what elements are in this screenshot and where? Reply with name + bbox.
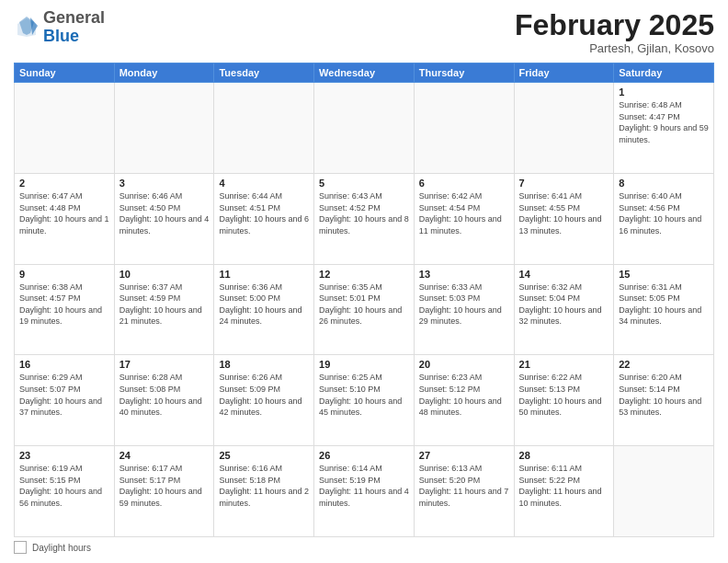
day-number: 18 (219, 359, 309, 370)
calendar-cell (214, 83, 314, 174)
calendar-cell: 11Sunrise: 6:36 AM Sunset: 5:00 PM Dayli… (214, 264, 314, 355)
calendar-cell: 9Sunrise: 6:38 AM Sunset: 4:57 PM Daylig… (15, 264, 115, 355)
day-info: Sunrise: 6:41 AM Sunset: 4:55 PM Dayligh… (519, 190, 609, 236)
day-number: 19 (319, 359, 409, 370)
day-number: 4 (219, 178, 309, 189)
col-friday: Friday (514, 63, 614, 83)
day-info: Sunrise: 6:33 AM Sunset: 5:03 PM Dayligh… (419, 282, 509, 327)
day-number: 16 (19, 359, 109, 370)
day-number: 23 (19, 450, 109, 461)
daylight-legend-box (14, 541, 27, 554)
calendar-cell (514, 83, 614, 174)
title-block: February 2025 Partesh, Gjilan, Kosovo (515, 9, 714, 55)
day-info: Sunrise: 6:29 AM Sunset: 5:07 PM Dayligh… (19, 372, 109, 418)
header: General Blue February 2025 Partesh, Gjil… (14, 9, 714, 55)
day-number: 15 (619, 269, 709, 280)
day-info: Sunrise: 6:17 AM Sunset: 5:17 PM Dayligh… (119, 463, 210, 509)
calendar-cell: 17Sunrise: 6:28 AM Sunset: 5:08 PM Dayli… (114, 355, 214, 446)
location-subtitle: Partesh, Gjilan, Kosovo (515, 41, 714, 55)
calendar-week-2: 2Sunrise: 6:47 AM Sunset: 4:48 PM Daylig… (15, 173, 714, 264)
day-number: 22 (619, 359, 709, 370)
logo-text: General Blue (43, 9, 105, 46)
calendar-cell: 24Sunrise: 6:17 AM Sunset: 5:17 PM Dayli… (114, 446, 214, 537)
footer: Daylight hours (14, 541, 714, 554)
calendar-cell: 4Sunrise: 6:44 AM Sunset: 4:51 PM Daylig… (214, 173, 314, 264)
calendar-week-1: 1Sunrise: 6:48 AM Sunset: 4:47 PM Daylig… (15, 83, 714, 174)
calendar-cell: 19Sunrise: 6:25 AM Sunset: 5:10 PM Dayli… (314, 355, 415, 446)
day-number: 21 (519, 359, 609, 370)
calendar-cell: 20Sunrise: 6:23 AM Sunset: 5:12 PM Dayli… (414, 355, 514, 446)
day-number: 2 (19, 178, 109, 189)
calendar-cell: 28Sunrise: 6:11 AM Sunset: 5:22 PM Dayli… (514, 446, 614, 537)
day-info: Sunrise: 6:36 AM Sunset: 5:00 PM Dayligh… (219, 282, 309, 327)
logo-blue: Blue (43, 27, 79, 45)
calendar-cell: 22Sunrise: 6:20 AM Sunset: 5:14 PM Dayli… (614, 355, 714, 446)
calendar-cell: 27Sunrise: 6:13 AM Sunset: 5:20 PM Dayli… (414, 446, 514, 537)
day-number: 14 (519, 269, 609, 280)
day-number: 26 (319, 450, 409, 461)
col-sunday: Sunday (15, 63, 115, 83)
calendar-cell (114, 83, 214, 174)
day-number: 12 (319, 269, 409, 280)
day-info: Sunrise: 6:23 AM Sunset: 5:12 PM Dayligh… (419, 372, 509, 418)
day-info: Sunrise: 6:35 AM Sunset: 5:01 PM Dayligh… (319, 282, 409, 327)
calendar-cell: 6Sunrise: 6:42 AM Sunset: 4:54 PM Daylig… (414, 173, 514, 264)
calendar-cell: 21Sunrise: 6:22 AM Sunset: 5:13 PM Dayli… (514, 355, 614, 446)
calendar-cell: 1Sunrise: 6:48 AM Sunset: 4:47 PM Daylig… (614, 83, 714, 174)
calendar-cell (314, 83, 415, 174)
calendar-header-row: Sunday Monday Tuesday Wednesday Thursday… (15, 63, 714, 83)
day-info: Sunrise: 6:22 AM Sunset: 5:13 PM Dayligh… (519, 372, 609, 418)
calendar-cell: 14Sunrise: 6:32 AM Sunset: 5:04 PM Dayli… (514, 264, 614, 355)
day-info: Sunrise: 6:37 AM Sunset: 4:59 PM Dayligh… (119, 282, 210, 327)
day-number: 1 (619, 86, 709, 98)
calendar-cell: 12Sunrise: 6:35 AM Sunset: 5:01 PM Dayli… (314, 264, 415, 355)
day-info: Sunrise: 6:31 AM Sunset: 5:05 PM Dayligh… (619, 282, 709, 327)
page: General Blue February 2025 Partesh, Gjil… (0, 0, 728, 563)
calendar-cell (614, 446, 714, 537)
day-info: Sunrise: 6:47 AM Sunset: 4:48 PM Dayligh… (19, 190, 109, 236)
calendar-cell: 15Sunrise: 6:31 AM Sunset: 5:05 PM Dayli… (614, 264, 714, 355)
calendar-cell: 23Sunrise: 6:19 AM Sunset: 5:15 PM Dayli… (15, 446, 115, 537)
col-monday: Monday (114, 63, 214, 83)
day-info: Sunrise: 6:13 AM Sunset: 5:20 PM Dayligh… (419, 463, 509, 509)
day-info: Sunrise: 6:26 AM Sunset: 5:09 PM Dayligh… (219, 372, 309, 418)
col-saturday: Saturday (614, 63, 714, 83)
day-number: 28 (519, 450, 609, 461)
day-info: Sunrise: 6:48 AM Sunset: 4:47 PM Dayligh… (619, 99, 709, 145)
day-number: 10 (119, 269, 210, 280)
daylight-legend-label: Daylight hours (32, 543, 91, 553)
day-number: 7 (519, 178, 609, 189)
calendar-cell: 3Sunrise: 6:46 AM Sunset: 4:50 PM Daylig… (114, 173, 214, 264)
day-info: Sunrise: 6:46 AM Sunset: 4:50 PM Dayligh… (119, 190, 210, 236)
day-info: Sunrise: 6:16 AM Sunset: 5:18 PM Dayligh… (219, 463, 309, 509)
calendar-week-4: 16Sunrise: 6:29 AM Sunset: 5:07 PM Dayli… (15, 355, 714, 446)
calendar-cell: 26Sunrise: 6:14 AM Sunset: 5:19 PM Dayli… (314, 446, 415, 537)
calendar-cell: 10Sunrise: 6:37 AM Sunset: 4:59 PM Dayli… (114, 264, 214, 355)
day-info: Sunrise: 6:14 AM Sunset: 5:19 PM Dayligh… (319, 463, 409, 509)
day-info: Sunrise: 6:32 AM Sunset: 5:04 PM Dayligh… (519, 282, 609, 327)
calendar-cell: 16Sunrise: 6:29 AM Sunset: 5:07 PM Dayli… (15, 355, 115, 446)
day-info: Sunrise: 6:19 AM Sunset: 5:15 PM Dayligh… (19, 463, 109, 509)
logo: General Blue (14, 9, 105, 46)
calendar-cell (15, 83, 115, 174)
col-tuesday: Tuesday (214, 63, 314, 83)
calendar-cell: 25Sunrise: 6:16 AM Sunset: 5:18 PM Dayli… (214, 446, 314, 537)
day-info: Sunrise: 6:20 AM Sunset: 5:14 PM Dayligh… (619, 372, 709, 418)
logo-general: General (43, 8, 105, 27)
day-number: 11 (219, 269, 309, 280)
calendar-cell: 7Sunrise: 6:41 AM Sunset: 4:55 PM Daylig… (514, 173, 614, 264)
calendar-cell: 18Sunrise: 6:26 AM Sunset: 5:09 PM Dayli… (214, 355, 314, 446)
day-number: 24 (119, 450, 210, 461)
day-info: Sunrise: 6:44 AM Sunset: 4:51 PM Dayligh… (219, 190, 309, 236)
day-info: Sunrise: 6:43 AM Sunset: 4:52 PM Dayligh… (319, 190, 409, 236)
day-info: Sunrise: 6:25 AM Sunset: 5:10 PM Dayligh… (319, 372, 409, 418)
calendar-cell (414, 83, 514, 174)
calendar-cell: 2Sunrise: 6:47 AM Sunset: 4:48 PM Daylig… (15, 173, 115, 264)
day-number: 13 (419, 269, 509, 280)
day-info: Sunrise: 6:11 AM Sunset: 5:22 PM Dayligh… (519, 463, 609, 509)
day-info: Sunrise: 6:40 AM Sunset: 4:56 PM Dayligh… (619, 190, 709, 236)
day-number: 6 (419, 178, 509, 189)
day-number: 8 (619, 178, 709, 189)
day-info: Sunrise: 6:28 AM Sunset: 5:08 PM Dayligh… (119, 372, 210, 418)
day-number: 17 (119, 359, 210, 370)
